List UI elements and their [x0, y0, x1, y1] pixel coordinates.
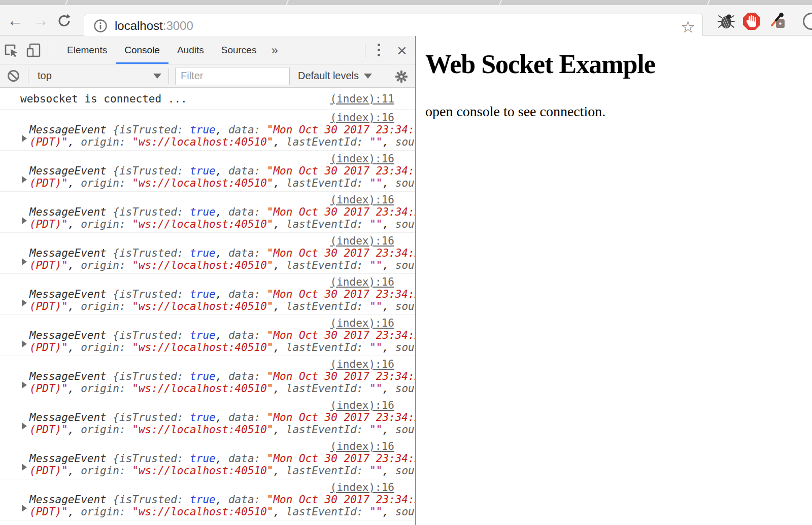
- url-text[interactable]: localhost:3000: [115, 19, 193, 33]
- url-port: :3000: [163, 19, 193, 32]
- object-preview-line1: MessageEvent {isTrusted: true, data: "Mo…: [0, 288, 415, 300]
- console-message-event: (index):16 MessageEvent {isTrusted: true…: [0, 192, 415, 233]
- bug-extension-icon[interactable]: [717, 12, 736, 31]
- console-message-event: (index):16 MessageEvent {isTrusted: true…: [0, 110, 415, 151]
- source-link[interactable]: (index):16: [330, 153, 394, 165]
- clipped-extension-icon[interactable]: [803, 13, 812, 30]
- page-title: Web Socket Example: [425, 49, 812, 79]
- source-link[interactable]: (index):16: [330, 194, 394, 206]
- source-link[interactable]: (index):16: [330, 440, 394, 452]
- source-link[interactable]: (index):16: [330, 112, 394, 124]
- device-toolbar-button[interactable]: [22, 40, 45, 60]
- object-preview-line2: (PDT)", origin: "ws://localhost:40510", …: [0, 300, 415, 312]
- object-preview-line1: MessageEvent {isTrusted: true, data: "Mo…: [0, 411, 415, 424]
- console-toolbar: top Default levels: [0, 64, 415, 88]
- toolbar-divider: [365, 43, 365, 58]
- source-link[interactable]: (index):16: [330, 358, 394, 370]
- source-link[interactable]: (index):11: [330, 93, 394, 105]
- tab-elements[interactable]: Elements: [58, 36, 116, 64]
- devtools-menu-button[interactable]: [368, 40, 389, 60]
- devtools-close-button[interactable]: ×: [389, 40, 415, 60]
- source-link[interactable]: (index):16: [330, 235, 394, 247]
- tab-audits[interactable]: Audits: [168, 36, 213, 64]
- browser-toolbar: ← → localhost:3000 ☆: [0, 5, 812, 36]
- execution-context-selector[interactable]: top: [38, 70, 168, 82]
- devtools-panel: Elements Console Audits Sources » ×: [0, 36, 416, 525]
- object-preview-line1: MessageEvent {isTrusted: true, data: "Mo…: [0, 370, 415, 382]
- clear-console-icon: [7, 69, 20, 82]
- object-preview-line2: (PDT)", origin: "ws://localhost:40510", …: [0, 177, 415, 189]
- source-link[interactable]: (index):16: [330, 276, 394, 288]
- object-preview-line1: MessageEvent {isTrusted: true, data: "Mo…: [0, 206, 415, 218]
- expand-triangle-icon[interactable]: [22, 464, 27, 471]
- object-preview-line2: (PDT)", origin: "ws://localhost:40510", …: [0, 424, 415, 436]
- console-message: websocket is connected ... (index):11: [0, 89, 415, 110]
- page-content: Web Socket Example open console to see c…: [416, 36, 812, 525]
- object-preview-line2: (PDT)", origin: "ws://localhost:40510", …: [0, 465, 415, 477]
- source-link[interactable]: (index):16: [330, 481, 394, 494]
- context-label: top: [38, 70, 52, 82]
- source-link[interactable]: (index):16: [330, 399, 394, 411]
- page-body-text: open console to see connection.: [425, 103, 812, 120]
- object-preview-line2: (PDT)", origin: "ws://localhost:40510", …: [0, 506, 415, 518]
- back-button[interactable]: ←: [6, 12, 24, 30]
- expand-triangle-icon[interactable]: [22, 423, 27, 430]
- browser-tab-strip[interactable]: [0, 0, 812, 5]
- bookmark-star-icon[interactable]: ☆: [681, 17, 695, 37]
- object-preview-line1: MessageEvent {isTrusted: true, data: "Mo…: [0, 329, 415, 341]
- clear-console-button[interactable]: [7, 69, 20, 82]
- colorpicker-extension-icon[interactable]: [768, 12, 788, 31]
- address-bar[interactable]: localhost:3000 ☆: [84, 14, 703, 38]
- reload-button[interactable]: [57, 13, 75, 31]
- console-log-text: websocket is connected ...: [20, 93, 187, 105]
- expand-triangle-icon[interactable]: [22, 299, 27, 306]
- expand-triangle-icon[interactable]: [22, 340, 27, 347]
- object-preview-line2: (PDT)", origin: "ws://localhost:40510", …: [0, 341, 415, 354]
- expand-triangle-icon[interactable]: [22, 217, 27, 224]
- inspect-element-button[interactable]: [0, 40, 22, 60]
- chevron-down-icon: [153, 74, 161, 79]
- object-preview-line1: MessageEvent {isTrusted: true, data: "Mo…: [0, 165, 415, 177]
- expand-triangle-icon[interactable]: [22, 505, 27, 512]
- device-toolbar-icon: [25, 43, 42, 58]
- console-message-event: (index):16 MessageEvent {isTrusted: true…: [0, 274, 415, 315]
- devtools-tabbar: Elements Console Audits Sources » ×: [0, 36, 415, 64]
- toolbar-divider: [168, 68, 169, 84]
- console-message-event: (index):16 MessageEvent {isTrusted: true…: [0, 151, 415, 192]
- more-tabs-chevron[interactable]: »: [265, 36, 284, 64]
- adblock-extension-icon[interactable]: [742, 12, 761, 31]
- toolbar-divider: [28, 68, 28, 84]
- tab-separator: [285, 0, 289, 5]
- object-preview-line1: MessageEvent {isTrusted: true, data: "Mo…: [0, 452, 415, 465]
- tab-separator: [706, 0, 710, 5]
- tab-sources[interactable]: Sources: [213, 36, 265, 64]
- forward-button[interactable]: →: [31, 12, 50, 30]
- console-messages[interactable]: websocket is connected ... (index):11 (i…: [0, 89, 415, 525]
- object-preview-line2: (PDT)", origin: "ws://localhost:40510", …: [0, 218, 415, 230]
- console-message-event: (index):16 MessageEvent {isTrusted: true…: [0, 233, 415, 274]
- url-host: localhost: [115, 19, 163, 32]
- object-preview-line2: (PDT)", origin: "ws://localhost:40510", …: [0, 136, 415, 148]
- devtools-tabs: Elements Console Audits Sources »: [58, 36, 284, 64]
- console-message-event: (index):16 MessageEvent {isTrusted: true…: [0, 479, 415, 520]
- toolbar-divider: [48, 43, 48, 58]
- object-preview-line1: MessageEvent {isTrusted: true, data: "Mo…: [0, 124, 415, 136]
- log-levels-dropdown[interactable]: Default levels: [298, 70, 372, 82]
- object-preview-line1: MessageEvent {isTrusted: true, data: "Mo…: [0, 494, 415, 506]
- console-settings-button[interactable]: [395, 70, 408, 83]
- expand-triangle-icon[interactable]: [22, 176, 27, 183]
- object-preview-line2: (PDT)", origin: "ws://localhost:40510", …: [0, 382, 415, 395]
- reload-icon: [57, 13, 72, 28]
- expand-triangle-icon[interactable]: [22, 258, 27, 265]
- gear-icon: [395, 70, 408, 83]
- site-info-icon[interactable]: [93, 19, 108, 33]
- levels-label: Default levels: [298, 70, 359, 82]
- console-filter-input[interactable]: [175, 67, 290, 85]
- expand-triangle-icon[interactable]: [22, 135, 27, 142]
- console-message-event: (index):16 MessageEvent {isTrusted: true…: [0, 438, 415, 479]
- expand-triangle-icon[interactable]: [22, 381, 27, 389]
- console-message-event: (index):16 MessageEvent {isTrusted: true…: [0, 356, 415, 397]
- tab-console[interactable]: Console: [116, 36, 168, 64]
- object-preview-line2: (PDT)", origin: "ws://localhost:40510", …: [0, 259, 415, 271]
- source-link[interactable]: (index):16: [330, 317, 394, 329]
